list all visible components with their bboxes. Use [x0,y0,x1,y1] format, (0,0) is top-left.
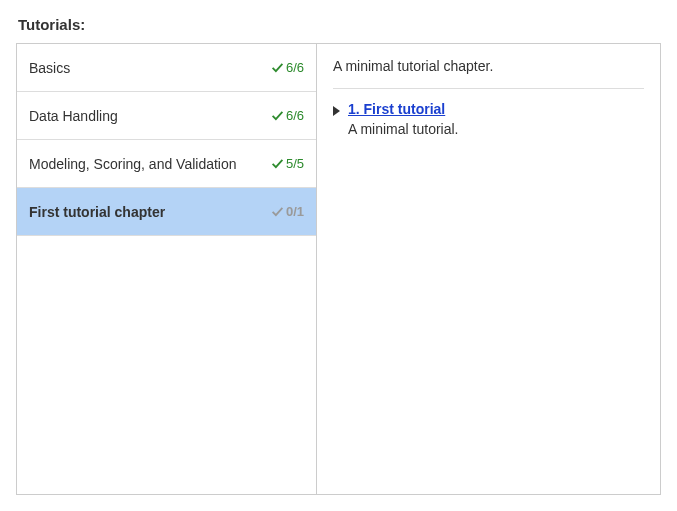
sidebar-item-label: Data Handling [29,108,118,124]
sidebar-item-label: First tutorial chapter [29,204,165,220]
sidebar-item-modeling[interactable]: Modeling, Scoring, and Validation 5/5 [17,140,316,188]
progress-badge: 5/5 [271,156,304,171]
sidebar-item-data-handling[interactable]: Data Handling 6/6 [17,92,316,140]
detail-pane: A minimal tutorial chapter. 1. First tut… [317,44,660,494]
progress-text: 5/5 [286,156,304,171]
sidebar-item-label: Basics [29,60,70,76]
progress-badge: 6/6 [271,108,304,123]
check-icon [271,109,284,122]
tutorials-sidebar: Basics 6/6 Data Handling 6/6 Modeling, S… [17,44,317,494]
progress-text: 6/6 [286,108,304,123]
page-title: Tutorials: [18,16,661,33]
check-icon [271,157,284,170]
sidebar-item-basics[interactable]: Basics 6/6 [17,44,316,92]
progress-badge: 0/1 [271,204,304,219]
caret-right-icon[interactable] [333,106,340,116]
check-icon [271,61,284,74]
tutorials-panel: Basics 6/6 Data Handling 6/6 Modeling, S… [16,43,661,495]
tutorial-body: 1. First tutorial A minimal tutorial. [348,101,644,137]
progress-badge: 6/6 [271,60,304,75]
sidebar-item-label: Modeling, Scoring, and Validation [29,156,237,172]
sidebar-item-first-tutorial-chapter[interactable]: First tutorial chapter 0/1 [17,188,316,236]
tutorial-description: A minimal tutorial. [348,121,644,137]
tutorial-row: 1. First tutorial A minimal tutorial. [333,101,644,137]
tutorial-link[interactable]: 1. First tutorial [348,101,445,117]
check-icon [271,205,284,218]
chapter-summary: A minimal tutorial chapter. [333,58,644,89]
progress-text: 6/6 [286,60,304,75]
progress-text: 0/1 [286,204,304,219]
